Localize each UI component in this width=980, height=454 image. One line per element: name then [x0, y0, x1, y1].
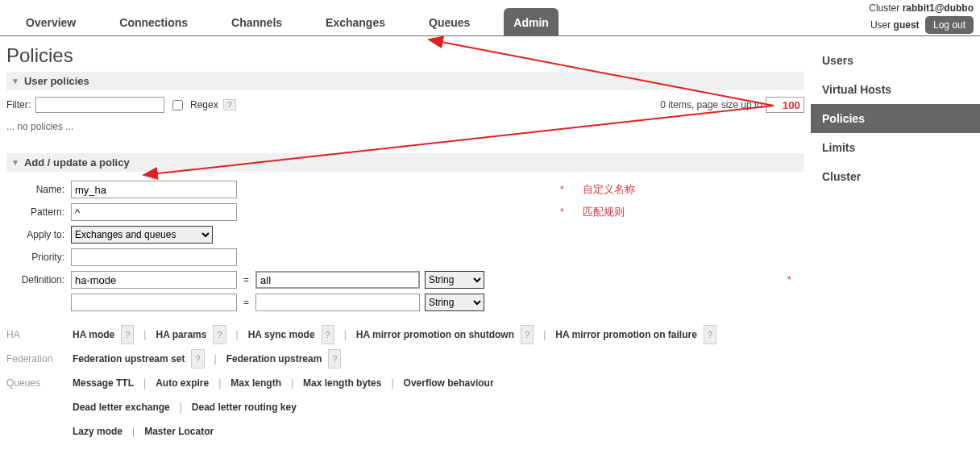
annotation-name: 自定义名称 — [567, 183, 635, 195]
sidebar: Users Virtual Hosts Policies Limits Clus… — [811, 36, 980, 451]
hint-group-label: HA — [6, 329, 58, 340]
hint-item[interactable]: HA mirror promotion on failure — [555, 325, 697, 344]
regex-checkbox[interactable] — [172, 100, 183, 110]
section-title: User policies — [24, 75, 89, 87]
tab-overview[interactable]: Overview — [16, 8, 85, 35]
no-policies: ... no policies ... — [6, 121, 804, 132]
def-value-input[interactable] — [255, 271, 420, 289]
priority-label: Priority: — [6, 246, 68, 269]
section-user-policies[interactable]: ▼ User policies — [6, 72, 804, 90]
help-icon[interactable]: ? — [191, 349, 204, 369]
regex-label: Regex — [190, 99, 218, 110]
hint-item[interactable]: Dead letter exchange — [73, 398, 170, 417]
pattern-input[interactable] — [71, 203, 237, 221]
hint-item[interactable]: HA mirror promotion on shutdown — [356, 325, 514, 344]
hint-item[interactable]: Federation upstream — [226, 349, 322, 369]
hint-groups: HAHA mode ?|HA params ?|HA sync mode ?|H… — [6, 325, 804, 441]
priority-input[interactable] — [71, 248, 237, 266]
logout-button[interactable]: Log out — [925, 16, 974, 34]
required-icon: * — [787, 274, 791, 285]
page-title: Policies — [6, 44, 804, 67]
def-key-input-2[interactable] — [71, 294, 237, 311]
required-icon: * — [555, 184, 564, 195]
sidebar-item-cluster[interactable]: Cluster — [811, 162, 980, 191]
section-add-policy[interactable]: ▼ Add / update a policy — [6, 153, 804, 172]
pager-text: 0 items, page size up to — [660, 99, 762, 110]
hint-item[interactable]: HA sync mode — [248, 325, 315, 344]
def-key-input[interactable] — [71, 271, 237, 289]
top-nav: Overview Connections Channels Exchanges … — [0, 0, 980, 36]
hint-item[interactable]: Overflow behaviour — [404, 373, 494, 393]
hint-item[interactable]: Max length — [230, 373, 281, 393]
tab-exchanges[interactable]: Exchanges — [316, 8, 395, 35]
cluster-name: rabbit1@dubbo — [903, 2, 974, 14]
policy-form: Name: * 自定义名称 Pattern: * 匹配规则 Apply to: … — [6, 178, 795, 314]
tab-connections[interactable]: Connections — [110, 8, 197, 35]
page-size-input[interactable] — [766, 97, 804, 113]
hint-item[interactable]: Lazy mode — [73, 422, 122, 441]
help-icon[interactable]: ? — [322, 325, 334, 344]
filter-input[interactable] — [35, 97, 164, 113]
definition-label: Definition: — [6, 269, 68, 291]
header-right: Cluster rabbit1@dubbo User guest Log out — [869, 0, 974, 35]
section-title: Add / update a policy — [24, 156, 130, 169]
equals: = — [242, 297, 251, 308]
hint-item[interactable]: Master Locator — [144, 422, 214, 441]
help-icon[interactable]: ? — [704, 325, 716, 344]
help-icon[interactable]: ? — [328, 349, 341, 369]
tab-queues[interactable]: Queues — [419, 8, 480, 35]
required-icon: * — [555, 206, 564, 218]
apply-select[interactable]: Exchanges and queues — [71, 226, 213, 244]
tab-channels[interactable]: Channels — [222, 8, 292, 35]
pattern-label: Pattern: — [6, 201, 68, 223]
name-label: Name: — [6, 178, 68, 201]
cluster-label: Cluster — [869, 2, 899, 14]
main-content: Policies ▼ User policies Filter: Regex ?… — [0, 36, 811, 451]
sidebar-item-users[interactable]: Users — [811, 46, 980, 75]
help-icon[interactable]: ? — [213, 325, 226, 344]
tabs: Overview Connections Channels Exchanges … — [6, 8, 559, 35]
user-name: guest — [894, 19, 920, 31]
hint-item[interactable]: Max length bytes — [303, 373, 381, 393]
hint-item[interactable]: Dead letter routing key — [192, 398, 297, 417]
filter-label: Filter: — [6, 99, 31, 110]
sidebar-item-policies[interactable]: Policies — [811, 104, 980, 133]
hint-item[interactable]: Auto expire — [156, 373, 209, 393]
help-icon[interactable]: ? — [521, 325, 534, 344]
apply-label: Apply to: — [6, 223, 68, 246]
hint-item[interactable]: HA mode — [73, 325, 114, 344]
equals: = — [242, 274, 251, 285]
tab-admin[interactable]: Admin — [504, 8, 559, 35]
def-value-input-2[interactable] — [255, 294, 420, 311]
pager: 0 items, page size up to — [660, 97, 804, 113]
def-type-select-2[interactable]: String — [425, 294, 484, 311]
user-label: User — [870, 19, 891, 31]
collapse-icon: ▼ — [11, 77, 19, 85]
hint-group-label: Queues — [6, 377, 58, 389]
hint-item[interactable]: Message TTL — [73, 373, 134, 393]
name-input[interactable] — [71, 181, 237, 198]
collapse-icon: ▼ — [11, 158, 19, 167]
hint-item[interactable]: Federation upstream set — [73, 349, 185, 369]
hint-item[interactable]: HA params — [156, 325, 206, 344]
def-type-select[interactable]: String — [425, 271, 484, 289]
annotation-pattern: 匹配规则 — [567, 206, 625, 218]
sidebar-item-vhosts[interactable]: Virtual Hosts — [811, 75, 980, 104]
help-icon[interactable]: ? — [121, 325, 134, 344]
hint-group-label: Federation — [6, 353, 58, 364]
sidebar-item-limits[interactable]: Limits — [811, 133, 980, 162]
help-icon[interactable]: ? — [223, 99, 236, 110]
